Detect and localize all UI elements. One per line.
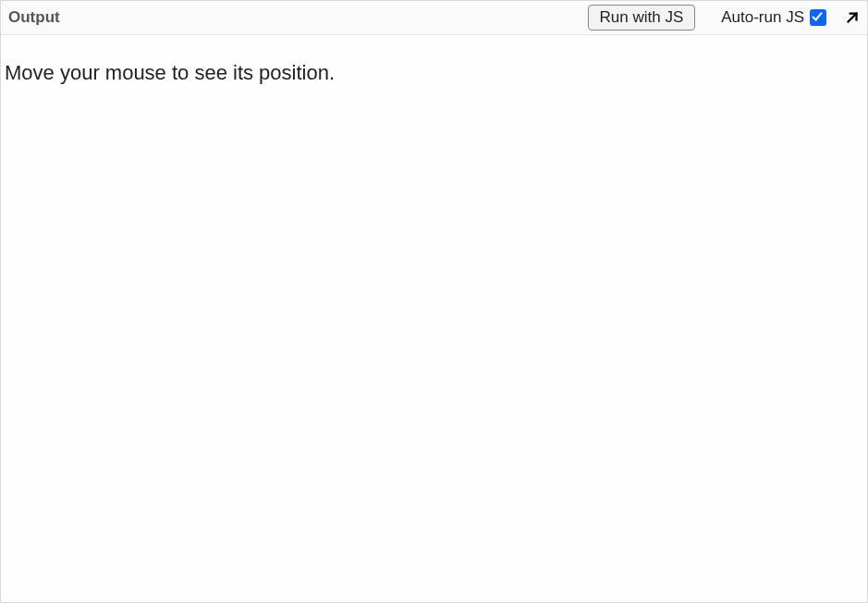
expand-icon[interactable] (843, 8, 862, 27)
panel-title: Output (8, 8, 60, 27)
output-panel: Output Run with JS Auto-run JS Move your… (0, 0, 868, 603)
output-scroll-area[interactable]: Move your mouse to see its position. (1, 35, 867, 602)
autorun-checkbox[interactable] (810, 9, 826, 26)
autorun-label: Auto-run JS (721, 8, 804, 27)
panel-header: Output Run with JS Auto-run JS (1, 1, 867, 35)
output-body: Move your mouse to see its position. (1, 35, 867, 602)
svg-line-0 (849, 14, 857, 22)
run-with-js-button[interactable]: Run with JS (588, 5, 696, 31)
output-message: Move your mouse to see its position. (5, 61, 863, 85)
autorun-toggle[interactable]: Auto-run JS (721, 8, 826, 27)
scroll-spacer (5, 85, 863, 602)
